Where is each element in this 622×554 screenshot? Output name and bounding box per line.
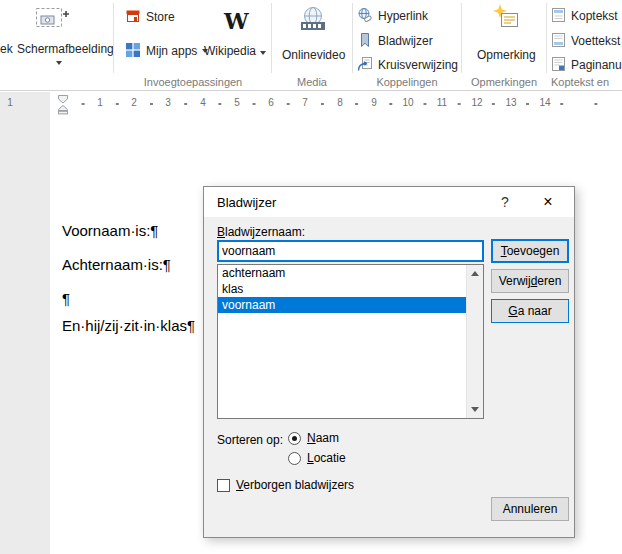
bookmark-list-item[interactable]: klas: [218, 281, 483, 297]
goto-button[interactable]: Ga naar: [491, 299, 569, 323]
comment-label: Opmerking: [477, 48, 536, 62]
page-number-button[interactable]: Paginanu: [551, 55, 622, 75]
bookmark-list-item[interactable]: achternaam: [218, 265, 483, 281]
online-video-icon: [297, 6, 329, 35]
store-icon: [125, 8, 141, 27]
store-button[interactable]: Store: [125, 7, 175, 27]
ruler-number: 9: [371, 97, 377, 108]
document-line[interactable]: Voornaam·is:¶: [62, 222, 158, 239]
sort-location-label: Locatie: [307, 451, 346, 465]
help-button[interactable]: ?: [494, 194, 516, 210]
ruler-number: 12: [471, 97, 482, 108]
bookmark-icon: [357, 32, 373, 51]
radio-selected-icon: [288, 432, 301, 445]
group-label-invoegtoepassingen: Invoegtoepassingen: [115, 76, 271, 88]
bookmark-button[interactable]: Bladwijzer: [357, 31, 433, 51]
ruler-number: 1: [97, 97, 103, 108]
ruler-number: 13: [505, 97, 516, 108]
close-icon[interactable]: ×: [532, 192, 564, 213]
ribbon: ek Schermafbeelding: [0, 0, 622, 91]
hidden-bookmarks-checkbox[interactable]: Verborgen bladwijzers: [217, 478, 354, 492]
ruler-number: 1: [7, 97, 13, 108]
comment-icon: [492, 4, 520, 35]
group-separator: [546, 3, 547, 73]
hyperlink-icon: [357, 7, 373, 26]
document-line[interactable]: Achternaam·is:¶: [62, 256, 171, 273]
page-number-label: Paginanu: [571, 58, 622, 72]
comment-button[interactable]: Opmerking: [468, 2, 544, 74]
ruler[interactable]: 1 1 2 3 4 5 6 7 8 9 10 11 12 13 14: [0, 92, 622, 117]
footer-label: Voettekst: [571, 34, 620, 48]
ruler-number: 3: [165, 97, 171, 108]
checkbox-icon: [217, 479, 230, 492]
delete-button[interactable]: Verwijderen: [491, 269, 569, 293]
ruler-number: 2: [131, 97, 137, 108]
store-label: Store: [146, 10, 175, 24]
group-label-media: Media: [272, 76, 352, 88]
group-separator: [352, 3, 353, 73]
ruler-number: 7: [302, 97, 308, 108]
apps-icon: [125, 42, 141, 61]
radio-unselected-icon: [288, 452, 301, 465]
hidden-bookmarks-label: Verborgen bladwijzers: [236, 478, 354, 492]
sort-location-radio[interactable]: Locatie: [288, 451, 346, 465]
cancel-button[interactable]: Annuleren: [491, 497, 569, 521]
ruler-number: 14: [539, 97, 550, 108]
bookmark-list[interactable]: achternaam klas voornaam: [217, 264, 484, 419]
scroll-up-icon[interactable]: [471, 271, 479, 276]
group-separator: [113, 3, 114, 73]
hyperlink-button[interactable]: Hyperlink: [357, 6, 428, 26]
cross-reference-button[interactable]: Kruisverwijzing: [357, 55, 458, 75]
ruler-number: 6: [268, 97, 274, 108]
cross-reference-icon: [357, 56, 373, 75]
dropdown-arrow-icon: [260, 51, 266, 55]
screenshot-icon: [35, 4, 69, 37]
wikipedia-label: Wikipedia: [204, 44, 256, 58]
sort-by-label: Sorteren op:: [217, 433, 283, 447]
document-line[interactable]: ¶: [62, 290, 70, 307]
page-number-icon: [551, 56, 566, 75]
group-separator: [461, 3, 462, 73]
header-label: Koptekst: [571, 9, 618, 23]
online-video-button[interactable]: Onlinevideo: [276, 2, 350, 74]
group-label-koptekst: Koptekst en: [551, 76, 609, 88]
bookmark-name-input[interactable]: [217, 240, 484, 262]
my-apps-label: Mijn apps: [146, 44, 197, 58]
dialog-titlebar[interactable]: Bladwijzer ? ×: [204, 187, 574, 217]
my-apps-button[interactable]: Mijn apps: [125, 41, 208, 61]
indent-marker[interactable]: [56, 94, 70, 119]
header-button[interactable]: Koptekst: [551, 6, 622, 26]
wikipedia-button[interactable]: W Wikipedia: [202, 2, 268, 74]
scrollbar[interactable]: [466, 265, 483, 418]
ruler-number: 10: [402, 97, 413, 108]
footer-icon: [551, 32, 566, 51]
group-label-koppelingen: Koppelingen: [353, 76, 461, 88]
dialog-title: Bladwijzer: [217, 195, 276, 210]
document-line[interactable]: En·hij/zij·zit·in·klas¶: [62, 317, 195, 334]
ruler-number: 8: [337, 97, 343, 108]
footer-button[interactable]: Voettekst: [551, 31, 622, 51]
ruler-number: 11: [437, 97, 447, 108]
sort-name-label: Naam: [307, 431, 339, 445]
screenshot-label: Schermafbeelding: [17, 42, 114, 56]
bookmark-label: Bladwijzer: [378, 34, 433, 48]
bookmark-name-label: Bladwijzernaam:: [217, 225, 305, 239]
group-separator: [271, 3, 272, 73]
group-label-opmerkingen: Opmerkingen: [462, 76, 546, 88]
screenshot-button[interactable]: Schermafbeelding: [2, 2, 114, 74]
scroll-down-icon[interactable]: [471, 407, 479, 412]
add-button[interactable]: Toevoegen: [491, 239, 569, 263]
sort-name-radio[interactable]: Naam: [288, 431, 339, 445]
ruler-number: 4: [200, 97, 206, 108]
hyperlink-label: Hyperlink: [378, 9, 428, 23]
header-icon: [551, 7, 566, 26]
wikipedia-icon: W: [224, 10, 249, 32]
bookmark-dialog: Bladwijzer ? × Bladwijzernaam: achternaa…: [203, 186, 575, 538]
word-window: ek Schermafbeelding: [0, 0, 622, 554]
dropdown-arrow-icon: [56, 61, 62, 65]
bookmark-list-item-selected[interactable]: voornaam: [218, 297, 483, 313]
cross-reference-label: Kruisverwijzing: [378, 58, 458, 72]
ruler-number: 5: [234, 97, 240, 108]
online-video-label: Onlinevideo: [282, 48, 345, 62]
